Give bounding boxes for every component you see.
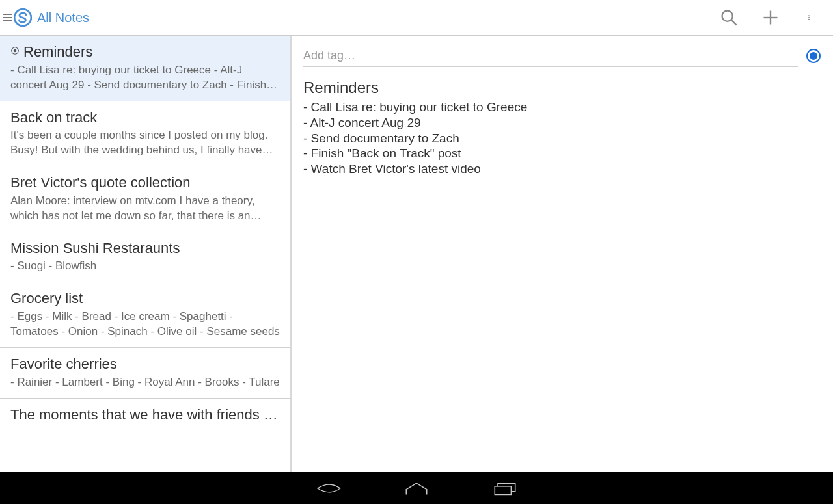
note-list-item[interactable]: Favorite cherries- Rainier - Lambert - B… [0,348,290,399]
recents-button[interactable] [492,481,518,496]
app-logo-icon [14,8,32,27]
svg-rect-12 [495,486,511,494]
home-button[interactable] [403,481,430,496]
note-body-title: Reminders [303,79,821,97]
note-item-title: Favorite cherries [10,354,117,374]
note-editor: Reminders - Call Lisa re: buying our tic… [292,36,833,472]
note-list-item[interactable]: Back on trackIt's been a couple months s… [0,101,290,167]
note-item-title: Bret Victor's quote collection [10,173,191,192]
publish-toggle-icon[interactable] [806,48,821,64]
note-item-preview: - Suogi - Blowfish [10,259,280,274]
svg-line-2 [731,20,737,25]
menu-icon[interactable] [3,14,12,21]
note-body-line: - Watch Bret Victor's latest video [303,161,821,177]
pin-icon [10,46,20,58]
note-body[interactable]: Reminders - Call Lisa re: buying our tic… [292,72,833,183]
note-body-line: - Alt-J concert Aug 29 [303,115,821,131]
note-item-preview: - Rainier - Lambert - Bing - Royal Ann -… [10,375,280,390]
header-title[interactable]: All Notes [37,10,720,25]
note-list-item[interactable]: Mission Sushi Restaraunts- Suogi - Blowf… [0,232,290,283]
note-item-title: Grocery list [10,289,83,308]
back-button[interactable] [315,481,341,496]
note-item-title: Mission Sushi Restaraunts [10,239,180,258]
tag-input[interactable] [303,45,798,67]
note-item-preview: It's been a couple months since I posted… [10,128,280,158]
note-list-item[interactable]: The moments that we have with friends an… [0,399,290,433]
note-item-title: Reminders [23,42,92,62]
svg-point-1 [722,11,733,21]
note-item-title: Back on track [10,108,97,127]
svg-point-6 [808,17,810,18]
note-body-line: - Finish "Back on Track" post [303,146,821,161]
note-list-item[interactable]: Bret Victor's quote collectionAlan Moore… [0,166,290,232]
note-list[interactable]: Reminders- Call Lisa re: buying our tick… [0,36,292,472]
note-body-line: - Send documentary to Zach [303,131,821,146]
search-icon[interactable] [720,8,738,27]
svg-point-7 [808,19,810,20]
svg-point-11 [810,52,817,60]
note-item-title: The moments that we have with friends an… [10,405,280,425]
note-item-preview: Alan Moore: interview on mtv.com I have … [10,194,280,224]
svg-point-9 [14,49,17,53]
note-list-item[interactable]: Reminders- Call Lisa re: buying our tick… [0,36,290,101]
overflow-menu-icon[interactable] [803,8,815,27]
note-list-item[interactable]: Grocery list- Eggs - Milk - Bread - Ice … [0,282,290,348]
new-note-icon[interactable] [761,8,780,27]
svg-point-5 [808,15,810,16]
note-body-line: - Call Lisa re: buying our ticket to Gre… [303,99,821,115]
android-navbar [0,472,833,504]
note-item-preview: - Call Lisa re: buying our ticket to Gre… [10,63,280,93]
app-header: All Notes [0,0,833,36]
note-item-preview: - Eggs - Milk - Bread - Ice cream - Spag… [10,310,280,339]
